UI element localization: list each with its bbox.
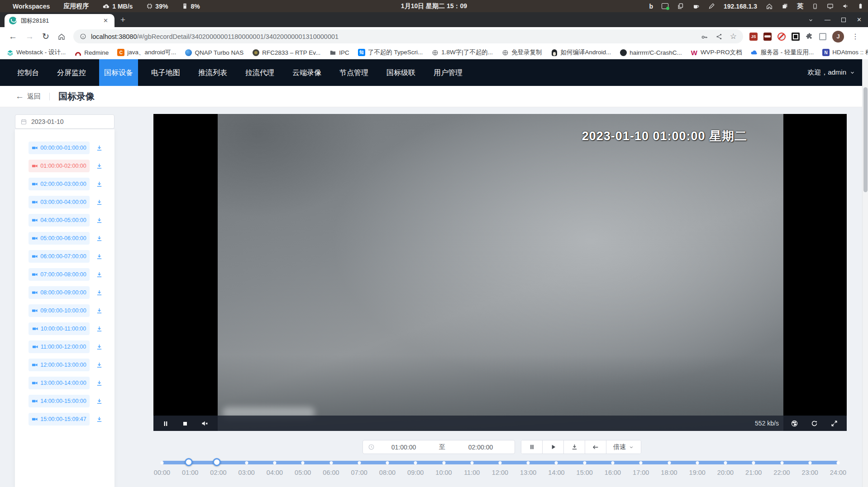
record-segment-button[interactable]: 01:00:00-02:00:00 — [29, 160, 90, 172]
reload-button[interactable]: ↻ — [38, 31, 53, 42]
extension-light-icon[interactable] — [819, 33, 826, 40]
timeline-handle-start[interactable] — [185, 458, 193, 466]
bookmark-star-icon[interactable]: ☆ — [730, 32, 737, 41]
record-segment-button[interactable]: 15:00:00-15:09:47 — [29, 413, 90, 426]
download-icon[interactable] — [96, 199, 103, 206]
record-segment-button[interactable]: 00:00:00-01:00:00 — [29, 142, 90, 154]
record-segment-button[interactable]: 08:00:00-09:00:00 — [29, 286, 90, 299]
browser-home-button[interactable] — [53, 32, 70, 42]
download-icon[interactable] — [96, 145, 103, 151]
extension-dark-icon[interactable] — [792, 33, 800, 41]
download-icon[interactable] — [96, 235, 103, 242]
nav-item-gb-devices[interactable]: 国标设备 — [99, 59, 138, 86]
extension-blocker-icon[interactable] — [777, 33, 786, 41]
screenshot-tray-icon[interactable] — [662, 3, 668, 9]
browser-menu-icon[interactable]: ⋮ — [850, 32, 861, 41]
fullscreen-icon[interactable] — [830, 419, 838, 427]
bookmark-hdatmos[interactable]: NHDAtmos :: 种子 *... — [822, 48, 868, 57]
bookmark-copy-free[interactable]: 免登录复制 — [501, 48, 542, 57]
range-end-time[interactable]: 02:00:00 — [452, 444, 510, 451]
timeline-slider[interactable] — [162, 461, 838, 464]
phone-tray-icon[interactable] — [812, 3, 818, 9]
display-tray-icon[interactable] — [827, 3, 834, 9]
clipboard-tray-icon[interactable] — [677, 3, 684, 9]
download-icon[interactable] — [96, 416, 103, 423]
timeline-handle-end[interactable] — [213, 458, 221, 466]
home-tray-icon[interactable] — [766, 3, 773, 10]
site-info-icon[interactable] — [80, 33, 86, 40]
applications-button[interactable]: 应用程序 — [63, 2, 89, 10]
record-segment-button[interactable]: 04:00:00-05:00:00 — [29, 214, 90, 227]
new-tab-button[interactable]: + — [120, 15, 125, 25]
forward-button[interactable]: → — [21, 32, 38, 42]
record-segment-button[interactable]: 06:00:00-07:00:00 — [29, 250, 90, 263]
download-icon[interactable] — [96, 253, 103, 260]
player-pause-icon[interactable] — [162, 419, 169, 427]
workspaces-button[interactable]: Workspaces — [13, 3, 50, 10]
bookmark-18w[interactable]: 1.8W字|了不起的... — [431, 48, 493, 57]
download-icon[interactable] — [96, 217, 103, 224]
system-clock[interactable]: 1月10日 星期二 15：09 — [401, 2, 467, 10]
record-segment-button[interactable]: 03:00:00-04:00:00 — [29, 196, 90, 208]
bookmark-java-android[interactable]: Cjava、android可... — [117, 48, 176, 57]
nav-item-split-monitor[interactable]: 分屏监控 — [52, 59, 91, 86]
input-language-indicator[interactable]: 英 — [797, 2, 803, 10]
download-icon[interactable] — [96, 380, 103, 387]
back-arrow-icon[interactable]: ← — [15, 91, 24, 101]
download-icon[interactable] — [96, 163, 103, 170]
record-segment-button[interactable]: 07:00:00-08:00:00 — [29, 268, 90, 281]
nav-item-node-mgmt[interactable]: 节点管理 — [334, 59, 373, 86]
nav-item-user-mgmt[interactable]: 用户管理 — [429, 59, 467, 86]
coffee-tray-icon[interactable] — [692, 3, 700, 10]
record-segment-button[interactable]: 11:00:00-12:00:00 — [29, 340, 90, 353]
bookmark-qnap[interactable]: QNAP Turbo NAS — [185, 49, 243, 56]
ip-address[interactable]: 192.168.1.3 — [724, 3, 757, 10]
download-icon[interactable] — [96, 398, 103, 405]
range-start-time[interactable]: 01:00:00 — [375, 444, 433, 451]
record-segment-button[interactable]: 09:00:00-10:00:00 — [29, 304, 90, 317]
bookmark-ipc-folder[interactable]: IPC — [329, 49, 349, 56]
date-picker-input[interactable]: 2023-01-10 — [15, 114, 114, 129]
video-player[interactable]: 2023-01-10 01:00:00 星期二 552 kb/s — [153, 114, 847, 431]
snapshot-shutter-icon[interactable] — [791, 419, 798, 427]
window-close-button[interactable]: ✕ — [857, 16, 862, 23]
profile-avatar[interactable]: J — [832, 31, 844, 43]
player-mute-icon[interactable] — [201, 419, 209, 427]
download-icon[interactable] — [96, 271, 103, 278]
record-segment-button[interactable]: 10:00:00-11:00:00 — [29, 322, 90, 335]
nav-item-e-map[interactable]: 电子地图 — [146, 59, 185, 86]
record-segment-button[interactable]: 02:00:00-03:00:00 — [29, 178, 90, 190]
back-link[interactable]: 返回 — [27, 92, 41, 101]
nav-item-push-list[interactable]: 推流列表 — [193, 59, 232, 86]
user-menu[interactable]: 欢迎，admin — [807, 59, 855, 86]
tab-search-chevron-icon[interactable] — [808, 16, 814, 23]
player-refresh-icon[interactable] — [811, 419, 818, 427]
pause-button[interactable] — [521, 440, 543, 454]
nav-item-cloud-record[interactable]: 云端录像 — [287, 59, 326, 86]
nav-item-pull-proxy[interactable]: 拉流代理 — [240, 59, 279, 86]
volume-tray-icon[interactable] — [842, 3, 849, 9]
download-icon[interactable] — [96, 362, 103, 369]
page-scrollbar[interactable] — [862, 59, 868, 487]
record-segment-button[interactable]: 14:00:00-15:00:00 — [29, 395, 90, 407]
browser-tab[interactable]: 国标28181 ✕ — [5, 14, 114, 27]
window-minimize-button[interactable]: — — [825, 16, 830, 23]
window-maximize-button[interactable] — [841, 18, 846, 22]
bookmark-wvp-pro[interactable]: WWVP-PRO文档 — [691, 48, 742, 57]
extension-mask-icon[interactable] — [763, 33, 772, 41]
bookmark-compile-android[interactable]: 如何编译Android... — [551, 48, 611, 57]
back-button[interactable]: ← — [5, 32, 21, 42]
download-icon[interactable] — [96, 344, 103, 350]
extensions-puzzle-icon[interactable] — [806, 33, 813, 40]
player-stop-icon[interactable] — [181, 419, 189, 427]
windows-tray-icon[interactable] — [782, 3, 788, 9]
address-bar[interactable]: localhost:38080 /#/gbRecordDetail/340200… — [73, 29, 743, 43]
seek-back-button[interactable] — [585, 440, 606, 454]
tab-close-icon[interactable]: ✕ — [101, 16, 110, 25]
pen-tray-icon[interactable] — [708, 3, 715, 9]
record-segment-button[interactable]: 12:00:00-13:00:00 — [29, 359, 90, 371]
play-button[interactable] — [543, 440, 564, 454]
download-icon[interactable] — [96, 181, 103, 188]
bookmark-webstack[interactable]: Webstack - 设计... — [6, 48, 66, 57]
bookmark-redmine[interactable]: Redmine — [74, 49, 109, 56]
